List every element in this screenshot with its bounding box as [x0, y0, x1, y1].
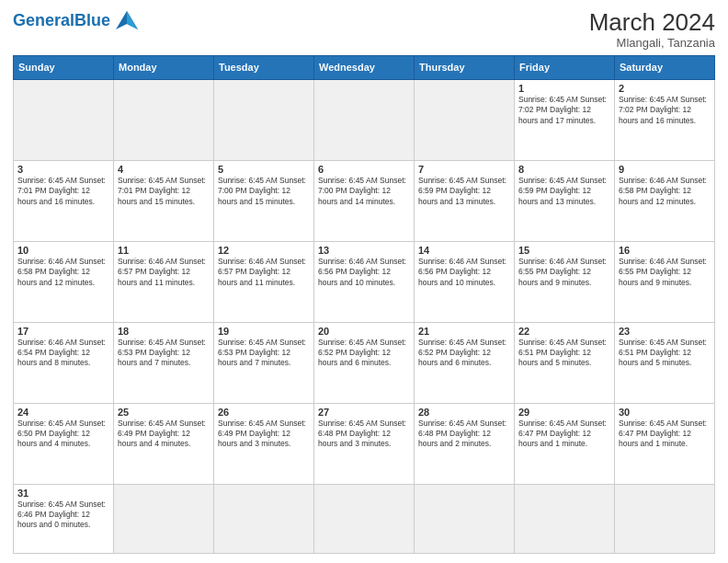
day-number: 1: [518, 83, 610, 94]
day-info: Sunrise: 6:45 AM Sunset: 6:53 PM Dayligh…: [218, 338, 310, 369]
day-info: Sunrise: 6:45 AM Sunset: 7:01 PM Dayligh…: [118, 176, 210, 207]
calendar-cell: 5Sunrise: 6:45 AM Sunset: 7:00 PM Daylig…: [214, 160, 314, 241]
day-number: 17: [17, 326, 109, 337]
day-info: Sunrise: 6:46 AM Sunset: 6:54 PM Dayligh…: [17, 338, 109, 369]
calendar-week-5: 24Sunrise: 6:45 AM Sunset: 6:50 PM Dayli…: [14, 403, 715, 484]
calendar-cell: 14Sunrise: 6:46 AM Sunset: 6:56 PM Dayli…: [415, 241, 515, 322]
day-header-thursday: Thursday: [415, 55, 515, 79]
day-header-monday: Monday: [114, 55, 214, 79]
day-info: Sunrise: 6:46 AM Sunset: 6:57 PM Dayligh…: [118, 257, 210, 288]
calendar-cell: 7Sunrise: 6:45 AM Sunset: 6:59 PM Daylig…: [415, 160, 515, 241]
day-number: 9: [619, 164, 711, 175]
logo-blue: Blue: [74, 11, 110, 29]
calendar-cell: 10Sunrise: 6:46 AM Sunset: 6:58 PM Dayli…: [14, 241, 114, 322]
calendar-cell: 27Sunrise: 6:45 AM Sunset: 6:48 PM Dayli…: [314, 403, 415, 484]
calendar-cell: 11Sunrise: 6:46 AM Sunset: 6:57 PM Dayli…: [114, 241, 214, 322]
day-number: 11: [118, 245, 210, 256]
day-number: 20: [318, 326, 410, 337]
day-number: 19: [218, 326, 310, 337]
calendar-cell: 12Sunrise: 6:46 AM Sunset: 6:57 PM Dayli…: [214, 241, 314, 322]
day-info: Sunrise: 6:45 AM Sunset: 6:50 PM Dayligh…: [17, 419, 109, 450]
calendar-week-3: 10Sunrise: 6:46 AM Sunset: 6:58 PM Dayli…: [14, 241, 715, 322]
day-info: Sunrise: 6:45 AM Sunset: 6:51 PM Dayligh…: [518, 338, 610, 369]
day-number: 2: [619, 83, 711, 94]
calendar-cell: [415, 79, 515, 160]
day-info: Sunrise: 6:46 AM Sunset: 6:58 PM Dayligh…: [17, 257, 109, 288]
calendar-cell: 3Sunrise: 6:45 AM Sunset: 7:01 PM Daylig…: [14, 160, 114, 241]
day-number: 15: [518, 245, 610, 256]
day-number: 13: [318, 245, 410, 256]
location: Mlangali, Tanzania: [589, 36, 715, 50]
day-number: 5: [218, 164, 310, 175]
calendar-cell: [314, 484, 415, 553]
calendar-cell: 31Sunrise: 6:45 AM Sunset: 6:46 PM Dayli…: [14, 484, 114, 553]
day-info: Sunrise: 6:45 AM Sunset: 6:51 PM Dayligh…: [619, 338, 711, 369]
day-info: Sunrise: 6:45 AM Sunset: 6:53 PM Dayligh…: [118, 338, 210, 369]
day-number: 23: [619, 326, 711, 337]
day-number: 31: [17, 488, 109, 499]
day-info: Sunrise: 6:45 AM Sunset: 6:47 PM Dayligh…: [619, 419, 711, 450]
calendar-cell: 30Sunrise: 6:45 AM Sunset: 6:47 PM Dayli…: [615, 403, 715, 484]
svg-marker-1: [127, 11, 138, 29]
day-header-wednesday: Wednesday: [314, 55, 415, 79]
logo: GeneralBlue: [13, 9, 140, 31]
logo-icon: [114, 9, 140, 31]
calendar-cell: 28Sunrise: 6:45 AM Sunset: 6:48 PM Dayli…: [415, 403, 515, 484]
calendar-cell: 8Sunrise: 6:45 AM Sunset: 6:59 PM Daylig…: [515, 160, 615, 241]
day-number: 6: [318, 164, 410, 175]
calendar-cell: 13Sunrise: 6:46 AM Sunset: 6:56 PM Dayli…: [314, 241, 415, 322]
day-info: Sunrise: 6:45 AM Sunset: 6:59 PM Dayligh…: [518, 176, 610, 207]
day-number: 22: [518, 326, 610, 337]
day-number: 16: [619, 245, 711, 256]
day-info: Sunrise: 6:45 AM Sunset: 6:52 PM Dayligh…: [418, 338, 510, 369]
day-header-tuesday: Tuesday: [214, 55, 314, 79]
day-number: 14: [418, 245, 510, 256]
title-block: March 2024 Mlangali, Tanzania: [589, 9, 715, 50]
calendar-week-6: 31Sunrise: 6:45 AM Sunset: 6:46 PM Dayli…: [14, 484, 715, 553]
calendar-cell: 25Sunrise: 6:45 AM Sunset: 6:49 PM Dayli…: [114, 403, 214, 484]
day-number: 30: [619, 407, 711, 418]
calendar-cell: 2Sunrise: 6:45 AM Sunset: 7:02 PM Daylig…: [615, 79, 715, 160]
calendar-cell: [415, 484, 515, 553]
day-info: Sunrise: 6:45 AM Sunset: 7:00 PM Dayligh…: [218, 176, 310, 207]
calendar-cell: 21Sunrise: 6:45 AM Sunset: 6:52 PM Dayli…: [415, 322, 515, 403]
day-info: Sunrise: 6:45 AM Sunset: 6:47 PM Dayligh…: [518, 419, 610, 450]
calendar-header-row: SundayMondayTuesdayWednesdayThursdayFrid…: [14, 55, 715, 79]
day-number: 26: [218, 407, 310, 418]
day-header-sunday: Sunday: [14, 55, 114, 79]
day-info: Sunrise: 6:45 AM Sunset: 6:48 PM Dayligh…: [318, 419, 410, 450]
day-number: 25: [118, 407, 210, 418]
calendar-cell: [214, 79, 314, 160]
day-number: 18: [118, 326, 210, 337]
day-info: Sunrise: 6:45 AM Sunset: 6:46 PM Dayligh…: [17, 500, 109, 531]
day-info: Sunrise: 6:46 AM Sunset: 6:55 PM Dayligh…: [619, 257, 711, 288]
calendar-cell: 6Sunrise: 6:45 AM Sunset: 7:00 PM Daylig…: [314, 160, 415, 241]
calendar-cell: [114, 79, 214, 160]
day-info: Sunrise: 6:45 AM Sunset: 7:00 PM Dayligh…: [318, 176, 410, 207]
day-header-friday: Friday: [515, 55, 615, 79]
month-year: March 2024: [589, 9, 715, 36]
calendar-cell: 15Sunrise: 6:46 AM Sunset: 6:55 PM Dayli…: [515, 241, 615, 322]
day-number: 3: [17, 164, 109, 175]
day-number: 28: [418, 407, 510, 418]
calendar-cell: [114, 484, 214, 553]
day-number: 24: [17, 407, 109, 418]
calendar-cell: 19Sunrise: 6:45 AM Sunset: 6:53 PM Dayli…: [214, 322, 314, 403]
calendar: SundayMondayTuesdayWednesdayThursdayFrid…: [13, 55, 715, 554]
calendar-cell: [14, 79, 114, 160]
day-info: Sunrise: 6:45 AM Sunset: 6:48 PM Dayligh…: [418, 419, 510, 450]
calendar-cell: [314, 79, 415, 160]
day-number: 8: [518, 164, 610, 175]
day-number: 4: [118, 164, 210, 175]
calendar-body: 1Sunrise: 6:45 AM Sunset: 7:02 PM Daylig…: [14, 79, 715, 553]
calendar-cell: [615, 484, 715, 553]
calendar-cell: 22Sunrise: 6:45 AM Sunset: 6:51 PM Dayli…: [515, 322, 615, 403]
day-info: Sunrise: 6:46 AM Sunset: 6:58 PM Dayligh…: [619, 176, 711, 207]
calendar-cell: 18Sunrise: 6:45 AM Sunset: 6:53 PM Dayli…: [114, 322, 214, 403]
calendar-week-2: 3Sunrise: 6:45 AM Sunset: 7:01 PM Daylig…: [14, 160, 715, 241]
logo-general: General: [13, 11, 74, 29]
calendar-cell: [214, 484, 314, 553]
logo-text: GeneralBlue: [13, 12, 110, 29]
day-info: Sunrise: 6:45 AM Sunset: 7:01 PM Dayligh…: [17, 176, 109, 207]
page: GeneralBlue March 2024 Mlangali, Tanzani…: [0, 0, 728, 563]
